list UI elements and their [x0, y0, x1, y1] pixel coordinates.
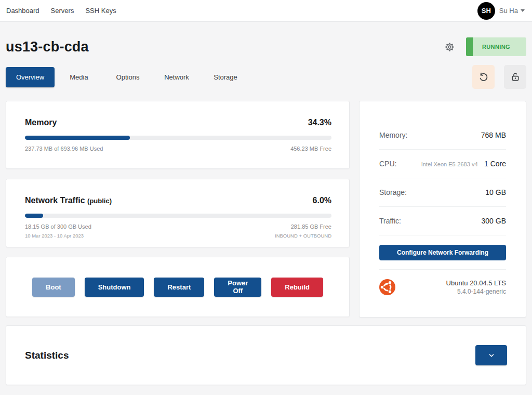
top-navigation-bar: Dashboard Servers SSH Keys SH Su Ha	[0, 0, 532, 22]
gear-icon	[445, 42, 455, 52]
traffic-title-text: Network Traffic	[25, 196, 85, 205]
memory-free-label: 456.23 MB Free	[290, 144, 331, 153]
ubuntu-logo-icon	[379, 279, 395, 295]
rebuild-button[interactable]: Rebuild	[271, 278, 323, 297]
traffic-free-text: 281.85 GB Free	[291, 223, 331, 230]
memory-card: Memory 34.3% 237.73 MB of 693.96 MB Used…	[6, 101, 350, 169]
traffic-free-label: 281.85 GB Free INBOUND + OUTBOUND	[275, 222, 331, 240]
tab-overview[interactable]: Overview	[6, 67, 55, 87]
restore-button[interactable]	[472, 65, 495, 89]
spec-traffic-value: 300 GB	[482, 217, 506, 225]
settings-button[interactable]	[443, 40, 457, 54]
tab-network[interactable]: Network	[152, 67, 201, 87]
traffic-title-suffix: (public)	[87, 197, 112, 205]
user-menu[interactable]: SH Su Ha	[477, 2, 525, 20]
memory-progress-bar	[25, 136, 331, 140]
nav-dashboard[interactable]: Dashboard	[6, 7, 39, 15]
spec-cpu-note: Intel Xeon E5-2683 v4	[421, 161, 478, 167]
shutdown-button[interactable]: Shutdown	[85, 278, 144, 297]
power-actions-card: Boot Shutdown Restart Power Off Rebuild	[6, 257, 350, 317]
traffic-used-label: 18.15 GB of 300 GB Used 10 Mar 2023 - 10…	[25, 222, 91, 240]
statistics-title: Statistics	[25, 350, 69, 361]
unlock-button[interactable]	[504, 65, 526, 89]
avatar[interactable]: SH	[477, 2, 495, 20]
network-traffic-card: Network Traffic (public) 6.0% 18.15 GB o…	[6, 179, 350, 247]
unlock-icon	[510, 72, 521, 82]
spec-storage-label: Storage:	[379, 188, 407, 196]
chevron-down-icon	[488, 352, 495, 359]
spec-storage-value: 10 GB	[485, 188, 506, 196]
spec-memory-label: Memory:	[379, 131, 407, 139]
spec-row-traffic: Traffic: 300 GB	[379, 207, 506, 235]
chevron-down-icon	[521, 9, 525, 12]
restart-button[interactable]: Restart	[154, 278, 204, 297]
spec-row-cpu: CPU: Intel Xeon E5-2683 v4 1 Core	[379, 150, 506, 178]
user-name: Su Ha	[499, 7, 525, 15]
memory-card-title: Memory	[25, 118, 57, 127]
configure-network-forwarding-button[interactable]: Configure Network Forwarding	[379, 245, 506, 260]
spec-row-memory: Memory: 768 MB	[379, 121, 506, 150]
power-off-button[interactable]: Power Off	[214, 278, 261, 297]
status-badge-label: RUNNING	[466, 44, 526, 50]
traffic-percent: 6.0%	[313, 196, 331, 205]
traffic-progress-bar	[25, 214, 331, 218]
nav-ssh-keys[interactable]: SSH Keys	[85, 7, 116, 15]
os-name: Ubuntu 20.04.5 LTS	[446, 279, 506, 287]
status-badge: RUNNING	[466, 37, 526, 56]
tab-storage[interactable]: Storage	[201, 67, 250, 87]
restore-icon	[478, 72, 489, 83]
boot-button[interactable]: Boot	[32, 278, 75, 297]
traffic-card-title: Network Traffic (public)	[25, 196, 112, 205]
traffic-period: 10 Mar 2023 - 10 Apr 2023	[25, 233, 84, 239]
spec-cpu-label: CPU:	[379, 160, 396, 168]
tabs-row: Overview Media Options Network Storage	[6, 65, 526, 89]
page-header: us13-cb-cda RUNNING	[6, 37, 526, 56]
nav-servers[interactable]: Servers	[51, 7, 74, 15]
tab-actions	[472, 65, 526, 89]
server-specs-card: Memory: 768 MB CPU: Intel Xeon E5-2683 v…	[359, 101, 526, 318]
status-badge-strip	[466, 37, 473, 56]
memory-percent: 34.3%	[308, 118, 331, 127]
divider	[379, 269, 506, 270]
tab-options[interactable]: Options	[103, 67, 152, 87]
traffic-used-text: 18.15 GB of 300 GB Used	[25, 223, 91, 230]
main-nav: Dashboard Servers SSH Keys	[6, 7, 116, 15]
spec-cpu-value: 1 Core	[484, 160, 506, 168]
os-kernel: 5.4.0-144-generic	[446, 288, 506, 295]
page-title: us13-cb-cda	[6, 39, 89, 55]
memory-used-label: 237.73 MB of 693.96 MB Used	[25, 144, 103, 153]
memory-progress-fill	[25, 136, 130, 140]
os-info: Ubuntu 20.04.5 LTS 5.4.0-144-generic	[379, 279, 506, 295]
user-name-label: Su Ha	[499, 7, 518, 15]
tab-media[interactable]: Media	[55, 67, 103, 87]
spec-traffic-label: Traffic:	[379, 217, 401, 225]
statistics-toggle-button[interactable]	[475, 345, 507, 365]
traffic-progress-fill	[25, 214, 43, 218]
spec-row-storage: Storage: 10 GB	[379, 178, 506, 207]
tab-list: Overview Media Options Network Storage	[6, 67, 250, 87]
spec-memory-value: 768 MB	[481, 131, 506, 139]
statistics-card: Statistics	[6, 325, 526, 385]
traffic-direction: INBOUND + OUTBOUND	[275, 233, 331, 239]
